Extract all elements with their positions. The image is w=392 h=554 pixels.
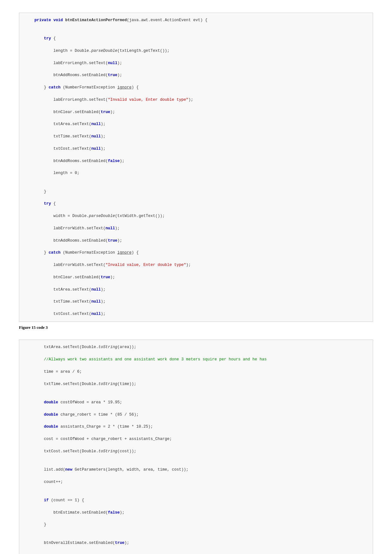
- figure16-code-block: txtArea.setText(Double.toString(area)); …: [19, 340, 373, 554]
- figure15-code-block: private void btnEstimateActionPerformed(…: [19, 13, 373, 322]
- figure15-caption: Figure 15 code 3: [19, 325, 373, 330]
